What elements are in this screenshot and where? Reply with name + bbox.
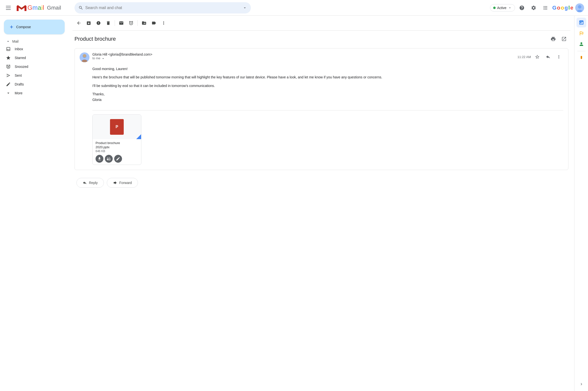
mail-section-header[interactable]: Mail: [0, 38, 69, 45]
mark-unread-button[interactable]: [117, 19, 126, 27]
settings-icon: [531, 5, 536, 10]
attachment-section: P Product brochure 2020.pptx 646 KB: [75, 110, 568, 170]
reply-message-button[interactable]: [544, 52, 553, 61]
help-button[interactable]: [517, 3, 527, 13]
right-panel-divider: [578, 51, 585, 51]
search-input[interactable]: [85, 6, 241, 10]
snooze-icon: [129, 21, 133, 25]
reply-button[interactable]: Reply: [77, 178, 104, 188]
sidebar-item-snoozed[interactable]: Snoozed: [0, 62, 65, 71]
active-dot: [493, 7, 496, 9]
back-button[interactable]: [75, 19, 83, 27]
edit-attachment-button[interactable]: [114, 155, 122, 163]
snoozed-icon: [6, 64, 11, 69]
archive-button[interactable]: [84, 19, 93, 27]
contacts-panel-button[interactable]: [577, 39, 586, 49]
drive-icon: [106, 157, 111, 161]
expand-icon: [6, 39, 10, 44]
sidebar-item-drafts[interactable]: Drafts: [0, 80, 65, 89]
forward-button-icon: [113, 181, 117, 185]
snoozed-label: Snoozed: [15, 65, 28, 69]
settings-button[interactable]: [529, 3, 539, 13]
edit-icon: [116, 157, 120, 161]
attachment-info: Product brochure 2020.pptx 646 KB: [93, 139, 141, 165]
gmail-m-colorful: Gmail: [27, 4, 44, 11]
sender-name-row: Gloria Hill <gloria@brandtleeland.com>: [92, 52, 514, 56]
download-attachment-button[interactable]: [96, 155, 103, 163]
avatar-icon: [575, 3, 584, 12]
expand-panel-button[interactable]: [577, 379, 586, 389]
starred-label: Starred: [15, 56, 26, 60]
pptx-icon: P: [110, 119, 124, 135]
toolbar-divider-1: [115, 20, 115, 26]
save-to-drive-button[interactable]: [105, 155, 113, 163]
subject-actions: [549, 35, 568, 43]
menu-icon[interactable]: [4, 4, 13, 12]
attachment-preview-content: P: [93, 115, 141, 139]
svg-point-3: [578, 5, 581, 8]
attachment-size: 646 KB: [96, 149, 138, 153]
active-status-badge[interactable]: Active: [490, 4, 515, 11]
search-dropdown-icon[interactable]: [243, 5, 247, 10]
calendar-panel-button[interactable]: [577, 18, 586, 27]
report-spam-icon: [96, 21, 101, 25]
sidebar-item-starred[interactable]: Starred: [0, 53, 65, 62]
tasks-icon: [579, 31, 584, 36]
svg-rect-1: [24, 6, 26, 11]
sender-name: Gloria Hill <gloria@brandtleeland.com>: [92, 52, 152, 56]
attachment-preview: P: [93, 115, 141, 139]
attachment-divider: [92, 110, 563, 110]
contacts-icon: [579, 41, 584, 47]
toolbar-divider-2: [137, 20, 138, 26]
print-button[interactable]: [549, 35, 558, 43]
move-to-icon: [142, 21, 147, 25]
sender-info: Gloria Hill <gloria@brandtleeland.com> t…: [92, 52, 514, 61]
google-apps-button[interactable]: [540, 3, 550, 13]
drafts-label: Drafts: [15, 82, 24, 86]
compose-plus-icon: +: [10, 23, 13, 30]
user-avatar[interactable]: [575, 3, 584, 12]
search-icon: [78, 5, 83, 10]
tasks-panel-button[interactable]: [577, 28, 586, 38]
email-body: Good morning, Lauren! Here's the brochur…: [75, 66, 568, 110]
google-logo-topbar: Google: [552, 5, 573, 11]
more-actions-icon: [161, 21, 166, 25]
email-subject-row: Product brochure: [75, 35, 568, 43]
gmail-m-icon: [17, 4, 26, 11]
sidebar-item-sent[interactable]: Sent: [0, 71, 65, 80]
email-timestamp: 11:22 AM: [517, 55, 531, 59]
svg-rect-0: [17, 6, 19, 11]
star-message-button[interactable]: [533, 52, 542, 61]
email-subject-text: Product brochure: [75, 36, 116, 42]
open-new-window-button[interactable]: [560, 35, 568, 43]
keep-icon: [579, 55, 584, 61]
keep-panel-button[interactable]: [577, 53, 586, 63]
message-more-icon: [556, 54, 561, 59]
attachment-card[interactable]: P Product brochure 2020.pptx 646 KB: [92, 114, 141, 165]
inbox-icon: [6, 47, 11, 51]
snooze-button[interactable]: [127, 19, 135, 27]
active-dropdown-icon: [508, 6, 512, 10]
help-icon: [519, 5, 525, 10]
attachment-name-line2: 2020.pptx: [96, 145, 138, 149]
delete-button[interactable]: [104, 19, 113, 27]
sidebar-item-inbox[interactable]: Inbox: [0, 45, 65, 53]
sidebar-item-more[interactable]: More: [0, 89, 65, 98]
email-message-header: Gloria Hill <gloria@brandtleeland.com> t…: [75, 49, 568, 66]
attachment-actions: [96, 155, 138, 163]
email-body-paragraph2: I'll be submitting by eod so that it can…: [92, 83, 563, 89]
to-me-dropdown-icon[interactable]: [101, 57, 105, 61]
label-as-button[interactable]: [149, 19, 158, 27]
star-icon: [6, 55, 11, 60]
report-spam-button[interactable]: [94, 19, 103, 27]
message-more-button[interactable]: [554, 52, 563, 61]
topbar: Gmail Gmail Active: [0, 0, 588, 16]
move-to-button[interactable]: [140, 19, 148, 27]
topbar-left: Gmail Gmail: [4, 4, 73, 12]
more-actions-button[interactable]: [159, 19, 168, 27]
to-me-label: to me: [92, 56, 514, 61]
compose-button[interactable]: + Compose: [4, 20, 65, 34]
forward-button[interactable]: Forward: [107, 178, 138, 188]
main-layout: + Compose Mail Inbox Starred: [0, 16, 588, 391]
sent-label: Sent: [15, 74, 22, 77]
